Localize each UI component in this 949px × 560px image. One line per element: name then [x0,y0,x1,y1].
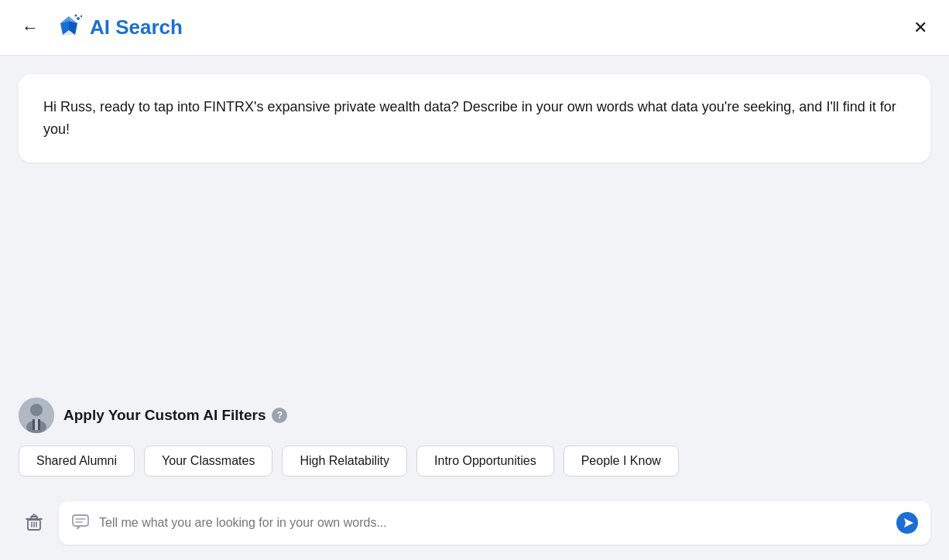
filters-title-text: Apply Your Custom AI Filters [63,407,266,424]
filter-chip-intro-opportunities[interactable]: Intro Opportunities [416,446,554,476]
svg-rect-21 [73,515,88,526]
avatar-image [19,398,54,433]
filters-section: Apply Your Custom AI Filters ? Shared Al… [19,398,930,489]
welcome-bubble: Hi Russ, ready to tap into FINTRX's expa… [19,74,930,162]
filter-chip-people-i-know[interactable]: People I Know [564,446,679,476]
welcome-text: Hi Russ, ready to tap into FINTRX's expa… [43,96,906,141]
filters-title-group: Apply Your Custom AI Filters ? [63,407,287,424]
clear-button[interactable] [19,507,50,538]
svg-point-6 [81,15,82,16]
filter-chip-your-classmates[interactable]: Your Classmates [144,446,272,476]
svg-point-9 [30,404,43,416]
header-left: ← AI Search [19,13,183,43]
main-content: Hi Russ, ready to tap into FINTRX's expa… [0,56,949,560]
svg-rect-12 [35,419,38,430]
close-button[interactable]: ✕ [910,16,930,39]
send-button[interactable] [896,512,918,534]
svg-rect-15 [31,517,37,519]
message-icon [71,512,90,534]
trash-icon [23,512,45,534]
avatar [19,398,54,433]
svg-point-7 [75,14,77,16]
spacer [19,162,930,398]
search-input[interactable] [99,516,887,530]
ai-search-logo-icon [54,13,84,43]
svg-point-5 [77,17,80,20]
header: ← AI Search ✕ [0,0,949,56]
input-area [19,489,930,560]
help-icon[interactable]: ? [272,408,287,423]
filter-chips-container: Shared AlumniYour ClassmatesHigh Relatab… [19,446,930,476]
filter-chip-high-relatability[interactable]: High Relatability [282,446,407,476]
filters-header: Apply Your Custom AI Filters ? [19,398,930,433]
send-icon [896,512,918,534]
page-title: AI Search [90,15,183,39]
search-input-box [59,501,930,545]
back-button[interactable]: ← [19,16,42,39]
logo-area: AI Search [54,13,183,43]
filter-chip-shared-alumni[interactable]: Shared Alumni [19,446,135,476]
